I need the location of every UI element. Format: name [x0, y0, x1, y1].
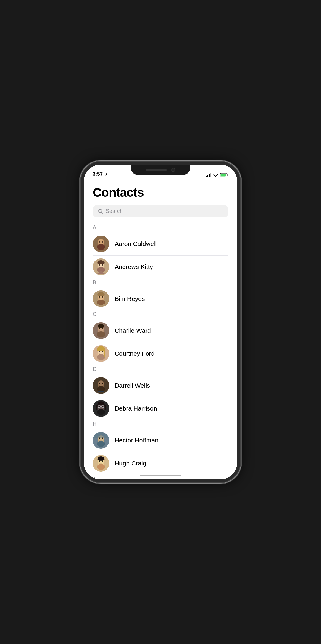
svg-point-27	[97, 300, 105, 305]
svg-rect-3	[210, 173, 211, 177]
svg-point-12	[99, 241, 100, 243]
svg-point-39	[99, 351, 100, 352]
search-placeholder: Search	[106, 208, 123, 214]
svg-point-41	[97, 354, 105, 360]
contacts-content: Contacts Search A	[84, 179, 237, 479]
svg-rect-6	[221, 174, 226, 177]
contact-row[interactable]: Hugh Craig	[93, 452, 228, 475]
svg-rect-0	[206, 176, 207, 177]
contact-row[interactable]: Charlie Ward	[93, 319, 228, 342]
avatar	[93, 322, 109, 339]
section-a: A Aaron Caldw	[93, 225, 228, 278]
notch	[131, 165, 190, 175]
phone-frame: 3:57 ✈	[80, 161, 241, 483]
contact-name: Andrews Kitty	[115, 263, 153, 270]
contact-name: Hector Hoffman	[115, 437, 158, 444]
svg-point-68	[99, 460, 100, 462]
screen: 3:57 ✈	[84, 165, 237, 479]
status-icons	[206, 173, 228, 177]
battery-icon	[220, 173, 228, 177]
contact-row[interactable]: Aaron Caldwell	[93, 233, 228, 256]
contact-name: Aaron Caldwell	[115, 240, 157, 247]
front-camera	[171, 168, 175, 172]
contact-name: Debra Harrison	[115, 405, 157, 412]
svg-rect-2	[209, 174, 210, 177]
svg-point-40	[102, 351, 103, 352]
location-icon: ✈	[105, 172, 108, 177]
speaker	[146, 169, 167, 171]
section-letter-d: D	[93, 366, 228, 372]
contact-name: Charlie Ward	[115, 327, 151, 334]
svg-point-69	[102, 460, 103, 462]
section-letter-b: B	[93, 279, 228, 286]
status-time: 3:57 ✈	[93, 171, 108, 177]
home-indicator[interactable]	[140, 475, 181, 476]
section-letter-h: H	[93, 421, 228, 427]
contact-name: Hugh Craig	[115, 460, 146, 467]
section-b: B	[93, 279, 228, 310]
avatar	[93, 290, 109, 307]
section-d: D	[93, 366, 228, 420]
contact-row[interactable]: Courtney Ford	[93, 342, 228, 365]
svg-point-47	[102, 383, 103, 384]
svg-point-70	[97, 464, 105, 470]
svg-point-35	[98, 324, 104, 328]
wifi-icon	[213, 173, 218, 177]
contact-name: Courtney Ford	[115, 350, 155, 357]
contact-row[interactable]: Hector Hoffman	[93, 429, 228, 452]
avatar	[93, 236, 109, 252]
svg-rect-5	[227, 174, 228, 176]
avatar	[93, 400, 109, 417]
page-title: Contacts	[93, 185, 228, 200]
svg-point-57	[97, 409, 105, 415]
section-letter-c: C	[93, 311, 228, 318]
section-h: H	[93, 421, 228, 475]
contact-row[interactable]: Bim Reyes	[93, 287, 228, 310]
svg-rect-64	[93, 432, 109, 438]
contact-name: Darrell Wells	[115, 382, 150, 389]
section-c: C	[93, 311, 228, 365]
avatar	[93, 377, 109, 394]
contact-name: Bim Reyes	[115, 295, 145, 302]
svg-point-13	[102, 241, 103, 243]
search-bar[interactable]: Search	[93, 205, 228, 217]
svg-rect-1	[207, 175, 208, 177]
svg-point-46	[99, 383, 100, 384]
avatar	[93, 345, 109, 362]
contact-row[interactable]: Andrews Kitty	[93, 256, 228, 278]
svg-line-8	[102, 212, 103, 213]
avatar	[93, 455, 109, 472]
section-letter-a: A	[93, 225, 228, 231]
avatar	[93, 258, 109, 275]
svg-point-63	[97, 441, 105, 447]
search-icon	[98, 209, 103, 214]
contact-row[interactable]: Darrell Wells	[93, 374, 228, 397]
contact-row[interactable]: Debra Harrison	[93, 397, 228, 420]
avatar	[93, 432, 109, 449]
time-display: 3:57	[93, 171, 103, 177]
signal-icon	[206, 173, 211, 177]
